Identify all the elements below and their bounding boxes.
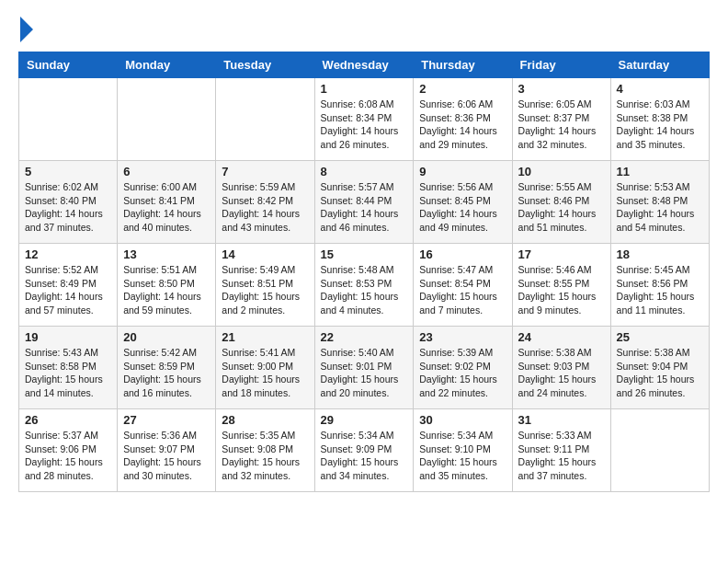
day-info: Sunrise: 5:57 AM Sunset: 8:44 PM Dayligh… [321,180,408,235]
empty-cell [19,78,118,161]
day-cell-8: 8Sunrise: 5:57 AM Sunset: 8:44 PM Daylig… [314,161,414,244]
day-number: 6 [123,165,210,178]
day-number: 12 [25,247,111,261]
day-number: 20 [123,330,210,344]
day-info: Sunrise: 5:48 AM Sunset: 8:53 PM Dayligh… [321,263,408,317]
day-cell-16: 16Sunrise: 5:47 AM Sunset: 8:54 PM Dayli… [414,244,512,327]
day-number: 14 [222,247,308,261]
week-row-2: 5Sunrise: 6:02 AM Sunset: 8:40 PM Daylig… [19,161,710,244]
day-info: Sunrise: 5:33 AM Sunset: 9:11 PM Dayligh… [518,429,605,483]
day-info: Sunrise: 5:45 AM Sunset: 8:56 PM Dayligh… [617,263,703,317]
header-wednesday: Wednesday [314,52,414,78]
day-info: Sunrise: 6:05 AM Sunset: 8:37 PM Dayligh… [518,98,605,152]
day-info: Sunrise: 5:55 AM Sunset: 8:46 PM Dayligh… [518,180,605,235]
header-tuesday: Tuesday [216,52,314,78]
day-info: Sunrise: 5:39 AM Sunset: 9:02 PM Dayligh… [419,346,506,400]
day-number: 25 [617,330,703,344]
header-thursday: Thursday [414,52,512,78]
day-number: 5 [25,165,111,178]
day-info: Sunrise: 5:46 AM Sunset: 8:55 PM Dayligh… [518,263,605,317]
calendar-header-row: SundayMondayTuesdayWednesdayThursdayFrid… [19,52,710,78]
week-row-3: 12Sunrise: 5:52 AM Sunset: 8:49 PM Dayli… [19,244,710,327]
day-cell-11: 11Sunrise: 5:53 AM Sunset: 8:48 PM Dayli… [610,161,709,244]
day-info: Sunrise: 5:59 AM Sunset: 8:42 PM Dayligh… [222,180,308,235]
day-cell-29: 29Sunrise: 5:34 AM Sunset: 9:09 PM Dayli… [314,409,414,492]
day-cell-20: 20Sunrise: 5:42 AM Sunset: 8:59 PM Dayli… [118,327,216,409]
empty-cell [216,78,314,161]
day-info: Sunrise: 5:51 AM Sunset: 8:50 PM Dayligh… [123,263,210,317]
day-info: Sunrise: 5:36 AM Sunset: 9:07 PM Dayligh… [123,429,210,483]
day-info: Sunrise: 6:03 AM Sunset: 8:38 PM Dayligh… [617,98,703,152]
day-cell-28: 28Sunrise: 5:35 AM Sunset: 9:08 PM Dayli… [216,409,314,492]
day-cell-31: 31Sunrise: 5:33 AM Sunset: 9:11 PM Dayli… [512,409,610,492]
day-cell-14: 14Sunrise: 5:49 AM Sunset: 8:51 PM Dayli… [216,244,314,327]
day-info: Sunrise: 5:38 AM Sunset: 9:03 PM Dayligh… [518,346,605,400]
header-saturday: Saturday [610,52,709,78]
page-header [18,18,710,42]
day-number: 3 [518,82,605,96]
day-number: 11 [617,165,703,178]
day-cell-21: 21Sunrise: 5:41 AM Sunset: 9:00 PM Dayli… [216,327,314,409]
week-row-5: 26Sunrise: 5:37 AM Sunset: 9:06 PM Dayli… [19,409,710,492]
day-cell-30: 30Sunrise: 5:34 AM Sunset: 9:10 PM Dayli… [414,409,512,492]
day-cell-24: 24Sunrise: 5:38 AM Sunset: 9:03 PM Dayli… [512,327,610,409]
day-info: Sunrise: 5:34 AM Sunset: 9:09 PM Dayligh… [321,429,408,483]
day-number: 19 [25,330,111,344]
day-info: Sunrise: 5:53 AM Sunset: 8:48 PM Dayligh… [617,180,703,235]
day-info: Sunrise: 5:41 AM Sunset: 9:00 PM Dayligh… [222,346,308,400]
day-number: 17 [518,247,605,261]
week-row-1: 1Sunrise: 6:08 AM Sunset: 8:34 PM Daylig… [19,78,710,161]
day-number: 21 [222,330,308,344]
day-cell-27: 27Sunrise: 5:36 AM Sunset: 9:07 PM Dayli… [118,409,216,492]
day-cell-23: 23Sunrise: 5:39 AM Sunset: 9:02 PM Dayli… [414,327,512,409]
header-friday: Friday [512,52,610,78]
day-number: 8 [321,165,408,178]
day-info: Sunrise: 5:35 AM Sunset: 9:08 PM Dayligh… [222,429,308,483]
day-number: 24 [518,330,605,344]
day-cell-10: 10Sunrise: 5:55 AM Sunset: 8:46 PM Dayli… [512,161,610,244]
day-info: Sunrise: 5:49 AM Sunset: 8:51 PM Dayligh… [222,263,308,317]
day-cell-2: 2Sunrise: 6:06 AM Sunset: 8:36 PM Daylig… [414,78,512,161]
day-cell-4: 4Sunrise: 6:03 AM Sunset: 8:38 PM Daylig… [610,78,709,161]
day-number: 13 [123,247,210,261]
logo [18,18,33,42]
calendar-table: SundayMondayTuesdayWednesdayThursdayFrid… [18,52,710,492]
day-cell-3: 3Sunrise: 6:05 AM Sunset: 8:37 PM Daylig… [512,78,610,161]
day-info: Sunrise: 5:38 AM Sunset: 9:04 PM Dayligh… [617,346,703,400]
day-number: 22 [321,330,408,344]
day-number: 7 [222,165,308,178]
day-info: Sunrise: 5:37 AM Sunset: 9:06 PM Dayligh… [25,429,111,483]
day-info: Sunrise: 5:42 AM Sunset: 8:59 PM Dayligh… [123,346,210,400]
header-monday: Monday [118,52,216,78]
day-number: 23 [419,330,506,344]
day-number: 27 [123,413,210,427]
week-row-4: 19Sunrise: 5:43 AM Sunset: 8:58 PM Dayli… [19,327,710,409]
day-number: 2 [419,82,506,96]
header-sunday: Sunday [19,52,118,78]
day-cell-9: 9Sunrise: 5:56 AM Sunset: 8:45 PM Daylig… [414,161,512,244]
logo-arrow-icon [20,17,33,42]
empty-cell [610,409,709,492]
day-info: Sunrise: 6:00 AM Sunset: 8:41 PM Dayligh… [123,180,210,235]
day-cell-17: 17Sunrise: 5:46 AM Sunset: 8:55 PM Dayli… [512,244,610,327]
day-info: Sunrise: 6:08 AM Sunset: 8:34 PM Dayligh… [321,98,408,152]
day-number: 16 [419,247,506,261]
day-info: Sunrise: 5:34 AM Sunset: 9:10 PM Dayligh… [419,429,506,483]
day-cell-26: 26Sunrise: 5:37 AM Sunset: 9:06 PM Dayli… [19,409,118,492]
day-cell-18: 18Sunrise: 5:45 AM Sunset: 8:56 PM Dayli… [610,244,709,327]
day-number: 18 [617,247,703,261]
day-cell-7: 7Sunrise: 5:59 AM Sunset: 8:42 PM Daylig… [216,161,314,244]
day-cell-25: 25Sunrise: 5:38 AM Sunset: 9:04 PM Dayli… [610,327,709,409]
day-info: Sunrise: 5:40 AM Sunset: 9:01 PM Dayligh… [321,346,408,400]
day-number: 9 [419,165,506,178]
day-number: 10 [518,165,605,178]
day-info: Sunrise: 5:56 AM Sunset: 8:45 PM Dayligh… [419,180,506,235]
day-cell-22: 22Sunrise: 5:40 AM Sunset: 9:01 PM Dayli… [314,327,414,409]
day-cell-6: 6Sunrise: 6:00 AM Sunset: 8:41 PM Daylig… [118,161,216,244]
day-number: 29 [321,413,408,427]
day-info: Sunrise: 5:52 AM Sunset: 8:49 PM Dayligh… [25,263,111,317]
day-info: Sunrise: 6:06 AM Sunset: 8:36 PM Dayligh… [419,98,506,152]
day-cell-13: 13Sunrise: 5:51 AM Sunset: 8:50 PM Dayli… [118,244,216,327]
day-cell-5: 5Sunrise: 6:02 AM Sunset: 8:40 PM Daylig… [19,161,118,244]
day-cell-19: 19Sunrise: 5:43 AM Sunset: 8:58 PM Dayli… [19,327,118,409]
